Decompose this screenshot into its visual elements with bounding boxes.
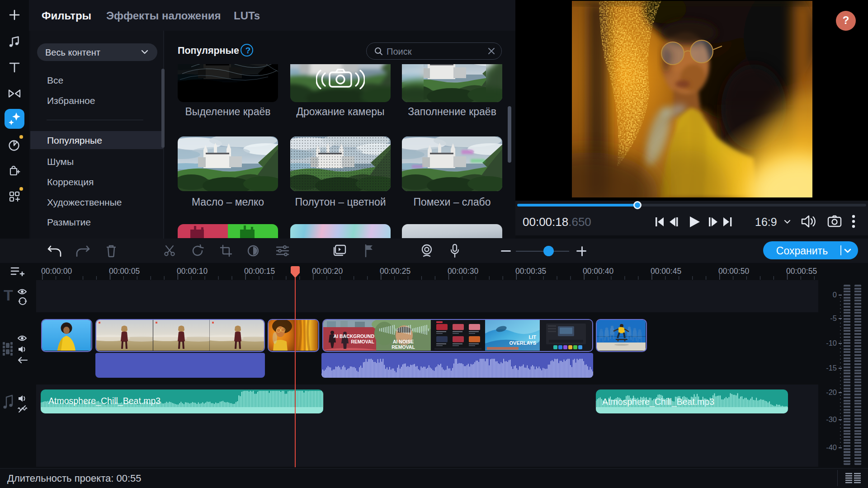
svg-text:AI BACKGROUND: AI BACKGROUND <box>334 333 375 339</box>
svg-text:OVERLAYS: OVERLAYS <box>509 340 536 346</box>
svg-text:REMOVAL: REMOVAL <box>351 339 374 344</box>
svg-text:REMOVAL: REMOVAL <box>392 344 415 350</box>
svg-text:LIT: LIT <box>529 334 537 340</box>
svg-text:AI NOISE: AI NOISE <box>393 339 414 344</box>
